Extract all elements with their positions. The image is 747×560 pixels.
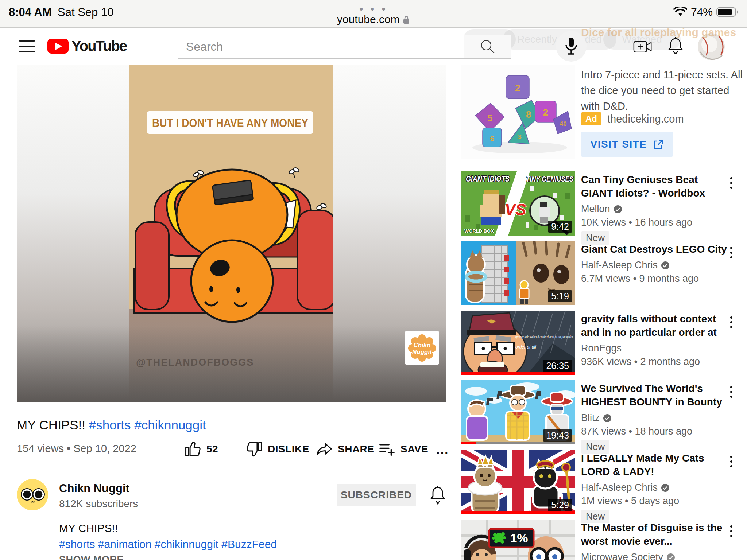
menu-hamburger-icon[interactable] — [19, 40, 35, 52]
video-meta: 87K views • 18 hours ago — [581, 426, 727, 437]
thumb-text-vs: VS — [505, 201, 526, 218]
thumb-text-tiny-geniuses: TINY GENIUSES — [526, 175, 573, 183]
duration-badge: 19:43 — [543, 429, 572, 442]
verified-icon — [666, 553, 676, 560]
video-meta: 6.7M views • 9 months ago — [581, 273, 727, 284]
thumb-overlay-text-2: order at all — [515, 345, 536, 350]
video-meta: 936K views • 2 months ago — [581, 356, 727, 368]
video-title-hashtags[interactable]: #shorts #chiknnuggit — [89, 418, 206, 432]
more-actions-icon: ... — [436, 442, 449, 456]
create-video-icon — [633, 39, 652, 54]
bell-icon — [667, 37, 684, 57]
video-thumbnail[interactable]: 5:19 — [461, 241, 575, 305]
more-options-icon[interactable] — [728, 456, 735, 467]
share-button[interactable]: SHARE — [316, 438, 375, 461]
thumb-text-worldbox: WORLD BOX — [464, 228, 494, 234]
battery-percent: 74% — [691, 6, 713, 18]
external-link-icon — [653, 139, 664, 150]
thumb-overlay-text-1: gravity falls without context and in no … — [515, 334, 573, 339]
search-button[interactable] — [464, 35, 511, 58]
suggested-video-item[interactable]: 5:29 I LEGALLY Made My Cats LORD & LADY!… — [461, 450, 739, 514]
suggested-video-item[interactable]: 19:43 We Survived The World's HIGHEST BO… — [461, 380, 739, 444]
verified-icon — [661, 483, 670, 493]
battery-icon — [716, 7, 739, 18]
ad-body-text: Intro 7-piece and 11-piece sets. All the… — [581, 67, 746, 114]
duration-badge: 26:35 — [543, 360, 572, 372]
video-channel[interactable]: Mellon — [581, 203, 727, 215]
show-more-button[interactable]: SHOW MORE — [59, 554, 124, 560]
create-video-button[interactable] — [633, 37, 652, 56]
suggested-video-item[interactable]: gravity falls without context and in no … — [461, 311, 739, 375]
duration-badge: 5:19 — [548, 290, 572, 302]
suggested-video-item[interactable]: 1% The Master of Disguise is the worst m… — [461, 520, 739, 560]
address-url[interactable]: youtube.com — [0, 13, 747, 26]
ad-headline: Dice for all roleplaying games — [581, 26, 736, 39]
video-thumbnail[interactable]: 5:29 — [461, 450, 575, 514]
video-thumbnail[interactable]: gravity falls without context and in no … — [461, 311, 575, 375]
visit-site-label: VISIT SITE — [590, 139, 647, 150]
video-title[interactable]: gravity falls without context and in no … — [581, 312, 727, 339]
more-options-icon[interactable] — [728, 177, 735, 189]
subscribed-button[interactable]: SUBSCRIBED — [337, 484, 416, 506]
svg-text:40: 40 — [560, 120, 567, 127]
thumb-up-icon — [185, 441, 201, 458]
badge-text-1: Chikn — [413, 342, 430, 349]
channel-watermark-badge[interactable]: Chikn Nuggit — [405, 331, 439, 365]
video-title-row: MY CHIPS!! #shorts #chiknnuggit — [17, 418, 206, 432]
badge-text-2: Nuggit — [412, 349, 432, 355]
more-options-icon[interactable] — [728, 386, 735, 398]
video-watermark: @THELANDOFBOGGS — [136, 357, 254, 368]
ad-advertiser[interactable]: thediceking.com — [607, 113, 684, 125]
description-line: MY CHIPS!! — [59, 522, 118, 534]
video-caption: BUT I DON'T HAVE ANY MONEY — [152, 117, 308, 129]
video-title: MY CHIPS!! — [17, 418, 85, 432]
suggested-video-item[interactable]: GIANT IDIOTS TINY GENIUSES VS WORLD BOX … — [461, 171, 739, 236]
suggested-video-item[interactable]: 5:19 Giant Cat Destroys LEGO City Half-A… — [461, 241, 739, 305]
channel-notifications-button[interactable] — [427, 484, 448, 506]
thumb-rating-text: 1% — [510, 531, 528, 545]
notifications-button[interactable] — [666, 37, 685, 56]
like-button[interactable]: 52 — [185, 438, 218, 461]
youtube-ipad-screen: 8:04 AM Sat Sep 10 • • • youtube.com 74%… — [0, 0, 747, 560]
duration-badge: 9:42 — [548, 221, 572, 233]
bell-outline-icon — [429, 485, 446, 505]
video-player[interactable]: BUT I DON'T HAVE ANY MONEY — [17, 65, 446, 402]
channel-avatar[interactable] — [17, 479, 48, 510]
video-channel[interactable]: Half-Asleep Chris — [581, 482, 727, 493]
more-actions-button[interactable]: ... — [436, 438, 449, 461]
video-channel[interactable]: Half-Asleep Chris — [581, 260, 727, 271]
svg-text:8: 8 — [526, 109, 531, 120]
more-options-icon[interactable] — [728, 247, 735, 258]
video-channel[interactable]: Blitz — [581, 412, 727, 424]
channel-name[interactable]: Chikn Nuggit — [59, 482, 129, 495]
search-input[interactable]: Search — [178, 35, 464, 58]
youtube-logo[interactable]: YouTube — [47, 38, 127, 54]
channel-subscribers: 812K subscribers — [59, 498, 138, 510]
video-channel[interactable]: RonEggs — [581, 343, 727, 354]
video-title[interactable]: We Survived The World's HIGHEST BOUNTY i… — [581, 382, 727, 409]
save-button[interactable]: SAVE — [379, 438, 428, 461]
visit-site-button[interactable]: VISIT SITE — [581, 132, 673, 157]
thumb-text-giant-idiots: GIANT IDIOTS — [466, 174, 510, 183]
more-options-icon[interactable] — [728, 525, 735, 537]
share-icon — [316, 442, 333, 457]
ad-image[interactable]: 2582 4036 — [461, 57, 575, 159]
save-playlist-icon — [379, 442, 395, 457]
video-title[interactable]: Can Tiny Geniuses Beat GIANT Idiots? - W… — [581, 173, 727, 200]
video-channel[interactable]: Microwave Society — [581, 552, 727, 560]
verified-icon — [661, 261, 670, 270]
video-title[interactable]: The Master of Disguise is the worst movi… — [581, 521, 727, 548]
search-bar[interactable]: Search — [178, 35, 511, 59]
more-options-icon[interactable] — [728, 316, 735, 328]
dislike-button[interactable]: DISLIKE — [246, 438, 309, 461]
svg-text:3: 3 — [518, 133, 521, 140]
video-title[interactable]: Giant Cat Destroys LEGO City — [581, 242, 727, 256]
description-hashtags[interactable]: #shorts #animation #chikinnuggit #BuzzFe… — [59, 538, 277, 551]
duration-badge: 5:29 — [548, 499, 572, 511]
svg-text:2: 2 — [543, 107, 548, 118]
video-thumbnail[interactable]: GIANT IDIOTS TINY GENIUSES VS WORLD BOX … — [461, 171, 575, 236]
video-thumbnail[interactable]: 1% — [461, 520, 575, 560]
video-title[interactable]: I LEGALLY Made My Cats LORD & LADY! — [581, 451, 727, 478]
video-thumbnail[interactable]: 19:43 — [461, 380, 575, 444]
lock-icon — [403, 15, 410, 24]
